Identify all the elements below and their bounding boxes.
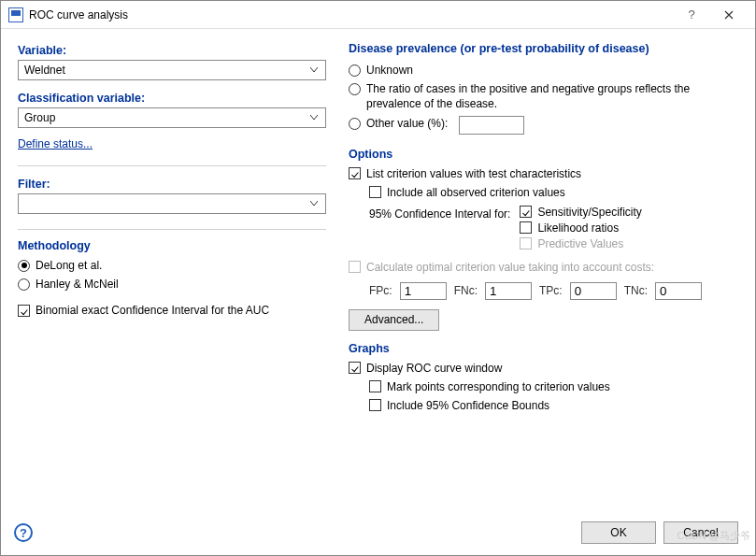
tpc-input[interactable] [570, 282, 617, 300]
method-hanley-radio[interactable]: Hanley & McNeil [18, 278, 326, 291]
classification-variable-label: Classification variable: [18, 92, 326, 105]
prevalence-other-label: Other value (%): [366, 116, 448, 131]
prevalence-other-radio[interactable]: Other value (%): [349, 116, 738, 135]
list-criterion-label: List criterion values with test characte… [366, 167, 581, 180]
ci-pv-label: Predictive Values [537, 237, 623, 250]
checkbox-icon [18, 305, 30, 317]
app-icon [8, 7, 23, 22]
prevalence-ratio-label: The ratio of cases in the positive and n… [366, 81, 703, 111]
ci-sens-spec-label: Sensitivity/Specificity [537, 206, 641, 219]
checkbox-icon [520, 237, 532, 249]
method-hanley-label: Hanley & McNeil [36, 278, 119, 291]
cancel-button[interactable]: Cancel [663, 521, 738, 544]
fpc-label: FPc: [369, 284, 392, 297]
graphs-heading: Graphs [349, 342, 738, 355]
define-status-link[interactable]: Define status... [18, 137, 326, 150]
chevron-down-icon [307, 201, 321, 207]
help-button[interactable]: ? [673, 2, 710, 28]
ci-pv-checkbox: Predictive Values [520, 237, 641, 250]
radio-icon [18, 260, 30, 272]
variable-label: Variable: [18, 44, 326, 57]
methodology-heading: Methodology [18, 239, 326, 252]
help-icon[interactable]: ? [14, 523, 33, 542]
prevalence-ratio-radio[interactable]: The ratio of cases in the positive and n… [349, 81, 738, 111]
calc-optimal-checkbox: Calculate optimal criterion value taking… [349, 261, 738, 274]
options-heading: Options [349, 148, 738, 161]
ci-lr-checkbox[interactable]: Likelihood ratios [520, 221, 641, 235]
binomial-ci-checkbox[interactable]: Binomial exact Confidence Interval for t… [18, 304, 326, 317]
include-cb-checkbox[interactable]: Include 95% Confidence Bounds [369, 399, 738, 412]
binomial-ci-label: Binomial exact Confidence Interval for t… [36, 304, 269, 317]
prevalence-unknown-radio[interactable]: Unknown [349, 63, 738, 78]
include-all-label: Include all observed criterion values [387, 186, 565, 199]
checkbox-icon [349, 167, 361, 179]
ci-lr-label: Likelihood ratios [537, 221, 619, 235]
method-delong-label: DeLong et al. [36, 259, 102, 272]
fnc-label: FNc: [454, 284, 478, 297]
close-button[interactable] [710, 2, 748, 28]
advanced-button[interactable]: Advanced... [349, 309, 439, 331]
method-delong-radio[interactable]: DeLong et al. [18, 259, 326, 272]
dialog-footer: ? OK Cancel [1, 510, 755, 555]
checkbox-icon [520, 206, 532, 218]
divider [18, 229, 326, 230]
list-criterion-checkbox[interactable]: List criterion values with test characte… [349, 167, 738, 180]
checkbox-icon [369, 186, 381, 198]
fnc-input[interactable] [485, 282, 532, 300]
mark-points-label: Mark points corresponding to criterion v… [387, 380, 610, 393]
checkbox-icon [520, 221, 532, 234]
close-icon [724, 10, 734, 20]
checkbox-icon [369, 399, 381, 411]
filter-label: Filter: [18, 178, 326, 191]
include-cb-label: Include 95% Confidence Bounds [387, 399, 549, 412]
variable-value: Weldnet [24, 64, 307, 77]
classification-variable-value: Group [24, 111, 307, 124]
classification-variable-combo[interactable]: Group [18, 107, 326, 128]
radio-icon [349, 118, 361, 130]
checkbox-icon [349, 362, 361, 374]
tnc-input[interactable] [655, 282, 702, 300]
include-all-checkbox[interactable]: Include all observed criterion values [369, 186, 738, 199]
divider [18, 165, 326, 166]
checkbox-icon [349, 261, 361, 273]
variable-combo[interactable]: Weldnet [18, 60, 326, 80]
fpc-input[interactable] [400, 282, 447, 300]
titlebar: ROC curve analysis ? [1, 1, 755, 29]
chevron-down-icon [307, 115, 321, 121]
prevalence-unknown-label: Unknown [366, 63, 413, 78]
tpc-label: TPc: [539, 284, 563, 297]
mark-points-checkbox[interactable]: Mark points corresponding to criterion v… [369, 380, 738, 393]
window-title: ROC curve analysis [29, 8, 128, 21]
radio-icon [349, 64, 361, 77]
display-roc-label: Display ROC curve window [366, 362, 502, 375]
tnc-label: TNc: [624, 284, 648, 297]
prevalence-heading: Disease prevalence (or pre-test probabil… [349, 42, 738, 55]
checkbox-icon [369, 380, 381, 392]
ok-button[interactable]: OK [581, 521, 656, 544]
calc-optimal-label: Calculate optimal criterion value taking… [366, 261, 654, 274]
filter-combo[interactable] [18, 193, 326, 214]
ci-label: 95% Confidence Interval for: [369, 206, 510, 221]
radio-icon [349, 83, 361, 95]
radio-icon [18, 278, 30, 291]
chevron-down-icon [307, 67, 321, 73]
prevalence-other-input[interactable] [459, 116, 524, 135]
display-roc-checkbox[interactable]: Display ROC curve window [349, 362, 738, 375]
ci-sens-spec-checkbox[interactable]: Sensitivity/Specificity [520, 206, 641, 219]
